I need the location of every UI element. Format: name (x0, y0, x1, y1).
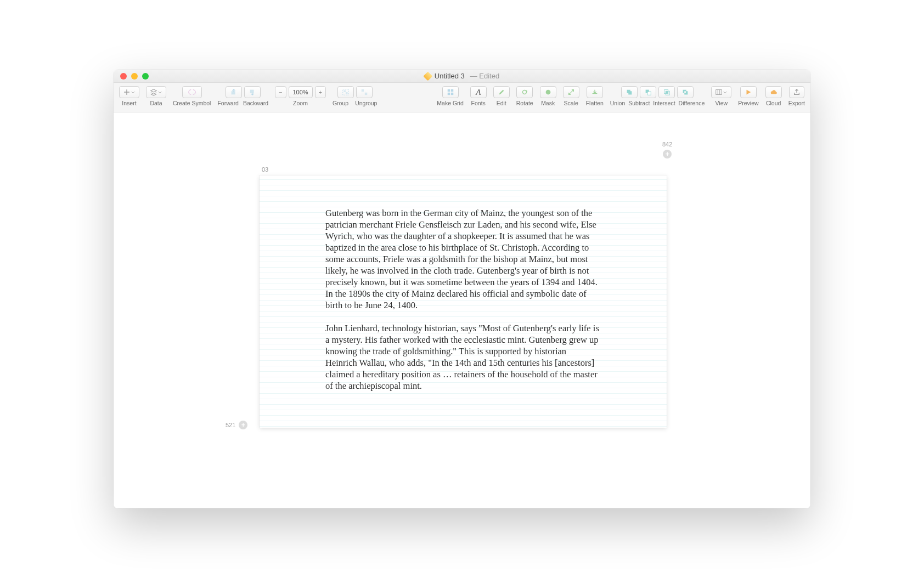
difference-button[interactable] (677, 86, 694, 98)
edit-button[interactable] (493, 86, 510, 98)
minimize-window-button[interactable] (131, 73, 138, 80)
scale-button[interactable] (563, 86, 579, 98)
view-button[interactable] (711, 86, 731, 98)
create-symbol-button[interactable] (182, 86, 202, 98)
flatten-button[interactable] (587, 86, 603, 98)
insert-button[interactable] (119, 86, 139, 98)
zoom-in-button[interactable]: + (315, 86, 326, 98)
union-button[interactable] (621, 86, 638, 98)
titlebar: Untitled 3 — Edited (114, 70, 810, 83)
svg-rect-9 (447, 93, 449, 95)
backward-button[interactable] (244, 86, 261, 98)
svg-point-11 (545, 90, 550, 95)
data-group: Data (146, 86, 166, 106)
cloud-label: Cloud (766, 100, 781, 106)
insert-label: Insert (122, 100, 136, 106)
data-button[interactable] (146, 86, 166, 98)
text-layer[interactable]: Gutenberg was born in the German city of… (325, 207, 600, 392)
data-label: Data (150, 100, 162, 106)
subtract-icon (644, 88, 652, 96)
app-icon (423, 71, 432, 81)
rotate-label: Rotate (516, 100, 533, 106)
plus-icon (123, 88, 131, 96)
preview-label: Preview (738, 100, 758, 106)
mask-group: Mask (540, 86, 556, 106)
scale-label: Scale (564, 100, 578, 106)
export-button[interactable] (789, 86, 804, 98)
rotate-group: Rotate (516, 86, 533, 106)
app-window: Untitled 3 — Edited Insert Data (114, 70, 810, 508)
flatten-icon (591, 88, 599, 96)
svg-rect-4 (346, 92, 348, 94)
grid-icon (447, 88, 454, 96)
layers-icon (150, 88, 157, 96)
svg-rect-10 (450, 93, 453, 95)
width-indicator: 842 + (662, 141, 672, 158)
width-value: 842 (662, 141, 672, 148)
rotate-button[interactable] (516, 86, 533, 98)
add-artboard-right-button[interactable]: + (663, 150, 672, 158)
difference-label: Difference (679, 100, 705, 106)
union-label: Union (610, 100, 625, 106)
ungroup-label: Ungroup (355, 100, 377, 106)
play-icon (745, 88, 752, 96)
intersect-icon (663, 88, 671, 96)
svg-rect-7 (447, 89, 449, 92)
view-group: View (711, 86, 731, 106)
arrange-group: Forward Backward (217, 86, 268, 106)
make-grid-label: Make Grid (437, 100, 463, 106)
preview-button[interactable] (740, 86, 757, 98)
artboard[interactable]: Gutenberg was born in the German city of… (260, 175, 667, 428)
svg-rect-5 (361, 89, 363, 92)
chevron-down-icon (723, 88, 728, 96)
backward-label: Backward (243, 100, 268, 106)
svg-rect-0 (231, 91, 235, 94)
subtract-button[interactable] (640, 86, 656, 98)
canvas[interactable]: 03 Gutenberg was born in the German city… (114, 112, 810, 508)
ungroup-button[interactable] (356, 86, 373, 98)
forward-label: Forward (217, 100, 239, 106)
scale-icon (567, 88, 575, 96)
chevron-down-icon (131, 88, 136, 96)
insert-group: Insert (119, 86, 139, 106)
paragraph-2: John Lienhard, technology historian, say… (325, 322, 600, 392)
edit-label: Edit (497, 100, 506, 106)
paragraph-1: Gutenberg was born in the German city of… (325, 207, 600, 311)
height-value: 521 (226, 422, 235, 428)
svg-rect-17 (716, 90, 722, 95)
send-backward-icon (249, 88, 256, 96)
cloud-button[interactable] (765, 86, 782, 98)
zoom-value[interactable]: 100% (289, 86, 313, 98)
mask-label: Mask (541, 100, 555, 106)
svg-rect-13 (647, 92, 651, 95)
edit-group: Edit (493, 86, 510, 106)
cloud-group: Cloud (765, 86, 782, 106)
close-window-button[interactable] (120, 73, 127, 80)
toolbar: Insert Data Create Symbol (114, 83, 810, 112)
artboard-name[interactable]: 03 (262, 166, 268, 173)
scale-group: Scale (563, 86, 579, 106)
mask-button[interactable] (540, 86, 556, 98)
zoom-out-button[interactable]: − (275, 86, 286, 98)
mask-icon (544, 88, 552, 96)
make-grid-button[interactable] (442, 86, 459, 98)
intersect-button[interactable] (658, 86, 675, 98)
bring-forward-icon (230, 88, 238, 96)
group-button[interactable] (337, 86, 354, 98)
create-symbol-label: Create Symbol (173, 100, 211, 106)
forward-button[interactable] (226, 86, 242, 98)
add-artboard-below-button[interactable]: + (239, 421, 247, 429)
zoom-window-button[interactable] (142, 73, 149, 80)
fonts-button[interactable]: A (470, 86, 487, 98)
zoom-group: − 100% + Zoom (275, 86, 326, 106)
fonts-label: Fonts (471, 100, 486, 106)
export-group: Export (788, 86, 805, 106)
ungroup-icon (360, 88, 368, 96)
fonts-group: A Fonts (470, 86, 487, 106)
view-label: View (715, 100, 728, 106)
chevron-down-icon (157, 88, 162, 96)
height-indicator: 521 + (226, 421, 247, 429)
zoom-label: Zoom (293, 100, 308, 106)
flatten-label: Flatten (586, 100, 604, 106)
pencil-icon (498, 88, 505, 96)
